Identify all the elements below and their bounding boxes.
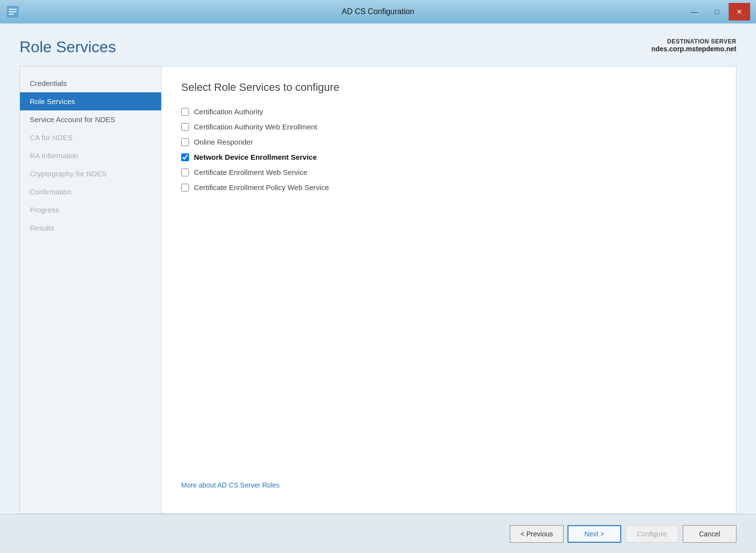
header-area: Role Services DESTINATION SERVER ndes.co… [20, 38, 736, 56]
section-title: Select Role Services to configure [181, 81, 716, 94]
checkbox-item-0: Certification Authority [181, 107, 716, 116]
checkbox-input-3[interactable] [181, 153, 189, 161]
checkbox-input-4[interactable] [181, 169, 189, 176]
footer: < Previous Next > Configure Cancel [0, 514, 756, 553]
window-controls: — □ ✕ [684, 3, 750, 21]
svg-rect-3 [9, 14, 14, 15]
checkbox-item-5: Certificate Enrollment Policy Web Servic… [181, 183, 716, 191]
checkbox-label-5: Certificate Enrollment Policy Web Servic… [194, 183, 329, 191]
more-about-link[interactable]: More about AD CS Server Roles [181, 481, 716, 499]
title-bar: AD CS Configuration — □ ✕ [0, 0, 756, 23]
destination-server-info: DESTINATION SERVER ndes.corp.mstepdemo.n… [651, 38, 736, 53]
checkbox-list: Certification AuthorityCertification Aut… [181, 107, 716, 191]
close-button[interactable]: ✕ [729, 3, 750, 21]
checkbox-input-0[interactable] [181, 108, 189, 116]
sidebar: CredentialsRole ServicesService Account … [20, 66, 162, 513]
checkbox-item-3: Network Device Enrollment Service [181, 153, 716, 161]
checkbox-input-2[interactable] [181, 138, 189, 146]
app-icon [6, 5, 20, 19]
svg-rect-1 [9, 9, 17, 10]
svg-rect-2 [9, 11, 17, 12]
maximize-button[interactable]: □ [706, 3, 728, 21]
destination-label: DESTINATION SERVER [651, 38, 736, 45]
main-window: Role Services DESTINATION SERVER ndes.co… [0, 23, 756, 514]
checkbox-label-1: Certification Authority Web Enrollment [194, 123, 317, 131]
window-title: AD CS Configuration [342, 7, 415, 16]
page-title: Role Services [20, 38, 116, 56]
previous-button[interactable]: < Previous [510, 525, 564, 543]
configure-button[interactable]: Configure [625, 525, 679, 543]
next-button[interactable]: Next > [567, 525, 621, 543]
destination-value: ndes.corp.mstepdemo.net [651, 45, 736, 53]
sidebar-item-2[interactable]: Service Account for NDES [20, 110, 161, 128]
checkbox-input-5[interactable] [181, 184, 189, 191]
checkbox-item-2: Online Responder [181, 138, 716, 146]
sidebar-item-7: Progress [20, 201, 161, 219]
checkbox-input-1[interactable] [181, 123, 189, 131]
content-area: CredentialsRole ServicesService Account … [20, 66, 736, 514]
sidebar-item-3: CA for NDES [20, 128, 161, 147]
sidebar-item-4: RA Information [20, 147, 161, 165]
checkbox-label-3: Network Device Enrollment Service [194, 153, 317, 161]
main-panel: Select Role Services to configure Certif… [162, 66, 736, 513]
checkbox-item-1: Certification Authority Web Enrollment [181, 123, 716, 131]
minimize-button[interactable]: — [684, 3, 705, 21]
checkbox-label-0: Certification Authority [194, 107, 263, 116]
checkbox-label-4: Certificate Enrollment Web Service [194, 168, 307, 176]
cancel-button[interactable]: Cancel [683, 525, 736, 543]
checkbox-label-2: Online Responder [194, 138, 253, 146]
sidebar-item-0[interactable]: Credentials [20, 74, 161, 92]
sidebar-item-6: Confirmation [20, 183, 161, 201]
sidebar-item-1[interactable]: Role Services [20, 92, 161, 110]
checkbox-item-4: Certificate Enrollment Web Service [181, 168, 716, 176]
sidebar-item-5: Cryptography for NDES [20, 165, 161, 183]
sidebar-item-8: Results [20, 219, 161, 237]
